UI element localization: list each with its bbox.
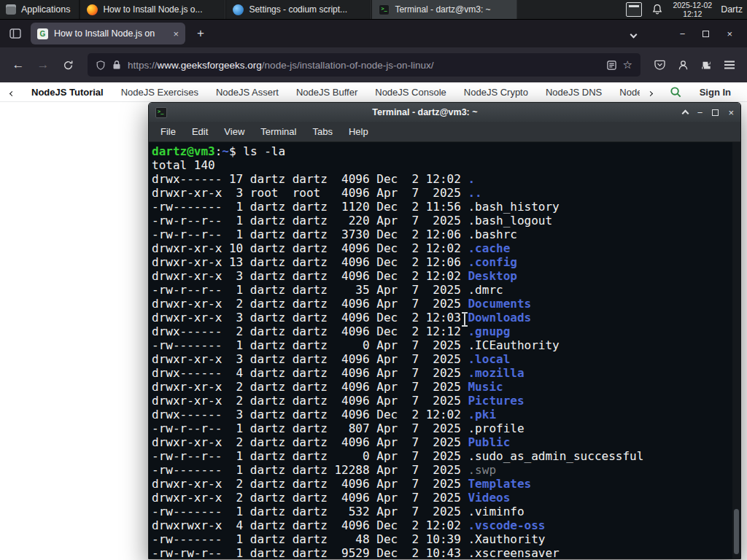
tracking-shield-icon[interactable]: [96, 60, 106, 71]
panel-clock[interactable]: 2025-12-02 12:12: [673, 1, 712, 18]
listing-meta: drwx------ 17 dartz dartz 4096 Dec 2 12:…: [152, 172, 468, 186]
site-nav-right: Sign In: [640, 82, 747, 101]
terminal-titlebar[interactable]: Terminal - dartz@vm3: ~ − ×: [149, 103, 740, 122]
listing-name: .sudo_as_admin_successful: [468, 449, 643, 463]
site-nav-item[interactable]: NodeJS Tutorial: [31, 87, 104, 98]
terminal-output-line: drwxr-xr-x 13 dartz dartz 4096 Dec 2 12:…: [152, 255, 730, 269]
close-button[interactable]: ×: [727, 28, 732, 39]
listing-name: Videos: [468, 491, 510, 505]
new-tab-button[interactable]: +: [191, 25, 210, 42]
terminal-output-line: drwxr-xr-x 2 dartz dartz 4096 Apr 7 2025…: [152, 491, 730, 505]
url-bar[interactable]: https://www.geeksforgeeks.org/node-js/in…: [88, 53, 640, 77]
extensions-icon[interactable]: [696, 55, 716, 75]
site-nav-item[interactable]: NodeJS Exercises: [121, 87, 198, 98]
terminal-screen[interactable]: dartz@vm3:~$ ls -la total 140 drwx------…: [149, 142, 740, 559]
maximize-button[interactable]: [703, 31, 709, 37]
listing-meta: drwxr-xr-x 2 dartz dartz 4096 Apr 7 2025: [152, 435, 468, 449]
terminal-menu-item[interactable]: Help: [341, 124, 376, 139]
listing-name: ..: [468, 186, 481, 200]
list-all-tabs-button[interactable]: [624, 23, 643, 44]
terminal-menu-item[interactable]: Edit: [185, 124, 215, 139]
terminal-window-controls: − ×: [683, 107, 734, 118]
terminal-output-line: drwxr-xr-x 3 dartz dartz 4096 Dec 2 12:0…: [152, 311, 730, 324]
listing-name: Downloads: [468, 311, 531, 324]
terminal-output-line: -rw-r--r-- 1 dartz dartz 3730 Dec 2 12:0…: [152, 228, 730, 241]
reader-mode-icon[interactable]: [607, 61, 616, 70]
listing-meta: drwxr-xr-x 2 dartz dartz 4096 Apr 7 2025: [152, 491, 468, 505]
terminal-scrollbar[interactable]: [732, 142, 740, 559]
tab-close-icon[interactable]: ×: [171, 28, 179, 39]
terminal-output-line: -rw------- 1 dartz dartz 0 Apr 7 2025 .I…: [152, 338, 730, 352]
listing-name: Desktop: [468, 269, 516, 283]
terminal-menubar: FileEditViewTerminalTabsHelp: [149, 122, 740, 142]
site-search-icon[interactable]: [670, 86, 682, 98]
bookmark-star-icon[interactable]: ☆: [623, 58, 632, 71]
firefox-icon: [87, 4, 98, 15]
listing-name: .cache: [468, 241, 510, 255]
listing-name: .bashrc: [468, 228, 516, 241]
terminal-output-line: -rw------- 1 dartz dartz 48 Dec 2 10:39 …: [152, 532, 730, 546]
url-scheme: https://: [128, 60, 158, 71]
taskbar-button-firefox[interactable]: How to Install Node.js o...: [80, 0, 225, 19]
nav-scroll-right-icon[interactable]: [649, 87, 652, 98]
shade-window-icon[interactable]: [683, 107, 688, 118]
prompt-symbol: $: [229, 144, 243, 158]
listing-name: Pictures: [468, 394, 524, 408]
listing-name: Music: [468, 380, 503, 394]
listing-meta: -rw------- 1 dartz dartz 48 Dec 2 10:39: [152, 532, 468, 546]
terminal-total-line: total 140: [152, 158, 730, 172]
firefox-view-icon[interactable]: [6, 24, 25, 43]
terminal-output-line: drwx------ 17 dartz dartz 4096 Dec 2 12:…: [152, 172, 730, 186]
site-nav-item[interactable]: NodeJS Console: [375, 87, 446, 98]
terminal-menu-item[interactable]: View: [217, 124, 252, 139]
minimize-button[interactable]: −: [680, 28, 686, 39]
site-nav-item[interactable]: NodeJS Buffer: [296, 87, 357, 98]
terminal-output-line: drwx------ 2 dartz dartz 4096 Dec 2 12:1…: [152, 324, 730, 338]
terminal-output-line: drwxr-xr-x 10 dartz dartz 4096 Dec 2 12:…: [152, 241, 730, 255]
terminal-scrollbar-thumb[interactable]: [734, 509, 739, 554]
listing-name: .local: [468, 352, 510, 366]
terminal-output-line: -rw------- 1 dartz dartz 532 Apr 7 2025 …: [152, 505, 730, 518]
terminal-icon: [379, 4, 390, 15]
sign-in-link[interactable]: Sign In: [700, 87, 731, 98]
listing-name: Documents: [468, 297, 531, 311]
terminal-menu-item[interactable]: File: [153, 124, 183, 139]
applications-label: Applications: [21, 4, 70, 15]
terminal-menu-item[interactable]: Tabs: [305, 124, 339, 139]
site-nav-item[interactable]: NodeJS Assert: [216, 87, 279, 98]
listing-meta: -rw------- 1 dartz dartz 532 Apr 7 2025: [152, 505, 468, 518]
site-nav-bar: NodeJS TutorialNodeJS ExercisesNodeJS As…: [0, 82, 747, 102]
listing-name: .pki: [468, 408, 496, 421]
listing-name: .Xauthority: [468, 532, 545, 546]
listing-meta: drwxr-xr-x 3 dartz dartz 4096 Dec 2 12:0…: [152, 311, 468, 324]
taskbar-button-settings[interactable]: Settings - codium script...: [225, 0, 371, 19]
taskbar-button-terminal[interactable]: Terminal - dartz@vm3: ~: [371, 0, 517, 19]
terminal-maximize-button[interactable]: [712, 109, 719, 116]
browser-toolbar: ← → https://www.geeksforgeeks.org/node-j…: [0, 47, 747, 82]
listing-name: .mozilla: [468, 366, 524, 380]
listing-meta: -rw-rw-r-- 1 dartz dartz 9529 Dec 2 10:4…: [152, 546, 468, 559]
user-menu[interactable]: Dartz: [721, 4, 744, 15]
terminal-menu-item[interactable]: Terminal: [253, 124, 303, 139]
forward-button[interactable]: →: [32, 54, 54, 76]
terminal-output-line: -rw-r--r-- 1 dartz dartz 35 Apr 7 2025 .…: [152, 283, 730, 297]
browser-tab[interactable]: G How to Install Node.js on ×: [31, 23, 185, 44]
notifications-bell-icon[interactable]: [651, 3, 664, 16]
terminal-listing: drwx------ 17 dartz dartz 4096 Dec 2 12:…: [152, 172, 730, 559]
pocket-icon[interactable]: [649, 55, 670, 75]
site-nav-item[interactable]: NodeJS DNS: [546, 87, 602, 98]
back-button[interactable]: ←: [7, 54, 29, 76]
terminal-close-button[interactable]: ×: [728, 107, 734, 118]
nav-scroll-left-icon[interactable]: [10, 87, 14, 98]
reload-button[interactable]: [57, 54, 79, 76]
applications-menu[interactable]: Applications: [0, 0, 80, 19]
lock-icon[interactable]: [112, 60, 121, 70]
site-nav-item[interactable]: NodeJS Crypto: [464, 87, 528, 98]
menu-icon[interactable]: [719, 55, 740, 75]
terminal-output-line: drwx------ 4 dartz dartz 4096 Apr 7 2025…: [152, 366, 730, 380]
terminal-minimize-button[interactable]: −: [697, 107, 703, 118]
systray-terminal-icon[interactable]: [626, 2, 642, 17]
listing-meta: drwxr-xr-x 10 dartz dartz 4096 Dec 2 12:…: [152, 241, 468, 255]
terminal-output-line: -rw-rw-r-- 1 dartz dartz 9529 Dec 2 10:4…: [152, 546, 730, 559]
account-icon[interactable]: [673, 55, 693, 75]
